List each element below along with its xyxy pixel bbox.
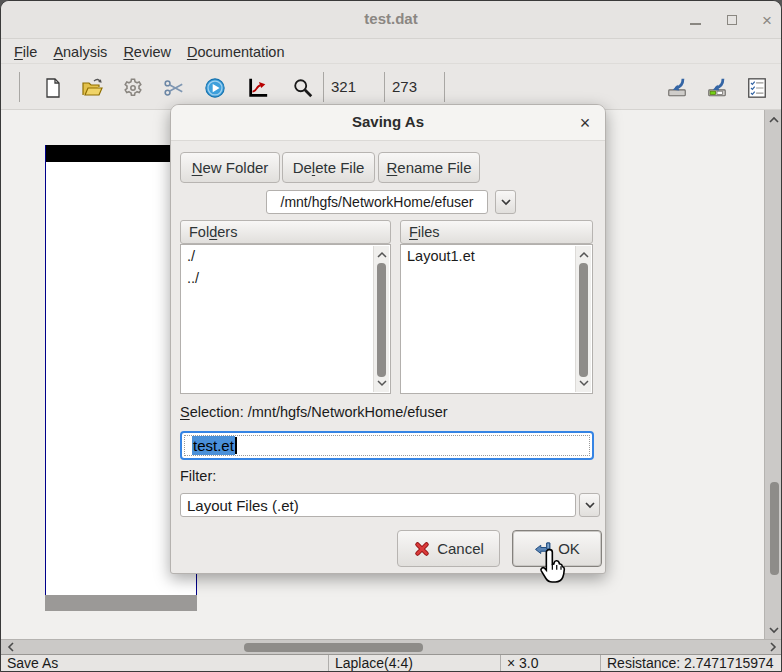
checklist-form-icon[interactable] — [746, 77, 768, 99]
hand-pointer-cursor — [537, 547, 569, 587]
menu-documentation[interactable]: Documentation — [179, 42, 293, 62]
chevron-down-icon — [500, 196, 512, 208]
dialog-title: Saving As — [171, 113, 605, 130]
status-resistance: Resistance: 2.7471715974 — [601, 655, 782, 672]
text-caret — [235, 437, 237, 454]
app-window: test.dat × File Analysis Review Document… — [0, 0, 782, 672]
settings-gear-icon[interactable] — [122, 77, 144, 99]
save-export-icon[interactable] — [666, 77, 688, 99]
menu-analysis[interactable]: Analysis — [45, 42, 115, 62]
folders-header[interactable]: Folders — [180, 220, 391, 244]
vertical-scrollbar-thumb[interactable] — [770, 482, 779, 575]
scroll-up-icon[interactable] — [768, 114, 780, 126]
files-header[interactable]: Files — [400, 220, 593, 244]
close-icon: × — [762, 12, 772, 29]
filename-selected-text: test.et — [192, 436, 235, 455]
scroll-down-icon[interactable] — [578, 377, 590, 389]
filename-input-inner: test.et — [184, 435, 590, 456]
save-export-alt-icon[interactable] — [706, 77, 728, 99]
chart-trace-icon[interactable] — [247, 77, 269, 99]
window-titlebar[interactable]: test.dat × — [1, 1, 781, 39]
toolbar-separator — [384, 72, 385, 102]
toolbar-separator — [323, 72, 324, 102]
maximize-icon — [727, 15, 737, 25]
filename-input[interactable]: test.et — [180, 431, 594, 460]
menubar: File Analysis Review Documentation — [1, 40, 781, 63]
folders-list[interactable]: ./ ../ — [180, 244, 391, 394]
scrollbar-thumb[interactable] — [377, 263, 386, 377]
new-document-icon[interactable] — [42, 77, 64, 99]
saving-as-dialog: Saving As × New Folder Delete File Renam… — [170, 104, 606, 574]
vertical-scrollbar[interactable] — [764, 110, 782, 640]
new-folder-button[interactable]: New Folder — [180, 152, 280, 183]
chevron-down-icon — [584, 499, 596, 511]
close-button[interactable]: × — [756, 9, 778, 31]
status-zoom-factor: × 3.0 — [501, 655, 601, 672]
window-title: test.dat — [1, 10, 781, 27]
search-zoom-icon[interactable] — [292, 77, 314, 99]
filter-dropdown-button[interactable] — [579, 493, 600, 517]
cut-scissors-icon[interactable] — [163, 77, 185, 99]
dialog-close-icon: × — [580, 113, 591, 134]
run-play-icon[interactable] — [204, 77, 226, 99]
files-list[interactable]: Layout1.et — [400, 244, 593, 394]
coordinate-y-readout: 273 — [392, 78, 417, 95]
statusbar: Save As Laplace(4:4) × 3.0 Resistance: 2… — [1, 654, 782, 672]
scroll-down-icon[interactable] — [768, 624, 780, 636]
scroll-down-icon[interactable] — [376, 377, 388, 389]
rename-file-button[interactable]: Rename File — [378, 152, 480, 183]
filter-label: Filter: — [180, 468, 216, 484]
dialog-close-button[interactable]: × — [573, 111, 597, 135]
menu-review[interactable]: Review — [115, 42, 179, 62]
cancel-button[interactable]: Cancel — [397, 530, 500, 567]
menu-file[interactable]: File — [6, 42, 45, 62]
minimize-button[interactable] — [684, 9, 706, 31]
cancel-x-icon — [413, 540, 431, 558]
path-dropdown-button[interactable] — [495, 190, 516, 214]
scroll-up-icon[interactable] — [376, 249, 388, 261]
toolbar: 321 273 — [1, 63, 781, 109]
list-item[interactable]: ./ — [181, 245, 390, 267]
toolbar-separator — [444, 72, 445, 102]
page-footer-band — [45, 595, 197, 611]
status-laplace: Laplace(4:4) — [329, 655, 501, 672]
open-folder-icon[interactable] — [81, 77, 103, 99]
scrollbar-thumb[interactable] — [579, 263, 588, 377]
maximize-button[interactable] — [721, 9, 743, 31]
filter-value: Layout Files (.et) — [187, 497, 299, 514]
selection-label: Selection: /mnt/hgfs/NetworkHome/efuser — [180, 404, 448, 420]
filter-combo-field[interactable]: Layout Files (.et) — [180, 493, 576, 517]
path-value: /mnt/hgfs/NetworkHome/efuser — [281, 194, 474, 210]
horizontal-scrollbar-thumb[interactable] — [244, 643, 423, 652]
scroll-left-icon[interactable] — [5, 641, 17, 653]
toolbar-separator — [19, 72, 20, 102]
list-item[interactable]: ../ — [181, 267, 390, 289]
cancel-label: Cancel — [437, 540, 484, 557]
coordinate-x-readout: 321 — [331, 78, 356, 95]
path-combo-field[interactable]: /mnt/hgfs/NetworkHome/efuser — [266, 190, 488, 214]
folders-list-scrollbar[interactable] — [373, 246, 389, 392]
scroll-up-icon[interactable] — [578, 249, 590, 261]
dialog-titlebar[interactable]: Saving As × — [171, 105, 605, 141]
horizontal-scrollbar[interactable] — [1, 639, 782, 654]
files-list-scrollbar[interactable] — [575, 246, 591, 392]
status-mode: Save As — [1, 655, 329, 672]
minimize-icon — [690, 23, 701, 25]
delete-file-button[interactable]: Delete File — [282, 152, 375, 183]
scroll-right-icon[interactable] — [767, 641, 779, 653]
list-item[interactable]: Layout1.et — [401, 245, 592, 267]
